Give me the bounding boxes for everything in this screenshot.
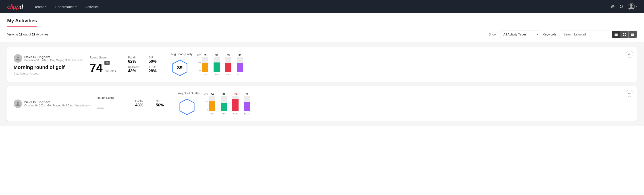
stat-gir: GIR 50% [148,56,164,64]
stats-grid: FW Hit 62% GIR 50% Up/Down 43% 1 Putt 28… [128,56,164,74]
search-input[interactable] [560,30,609,38]
round-score-2: Round Score — [97,96,128,111]
bar-putt-fill-2 [244,102,250,111]
bar-putt-value-2: 87 [246,93,248,96]
svg-rect-8 [631,34,634,34]
bar-ott-value-2: 94 [211,93,214,96]
nav-performance[interactable]: Performance ▾ [54,3,78,10]
user-name-2: Dave Billingham [24,100,90,104]
performance-chevron-icon: ▾ [76,6,76,8]
svg-rect-5 [623,34,624,36]
bar-putt-wrapper-2 [244,96,250,111]
svg-rect-9 [631,35,634,36]
filter-bar: Viewing 12 out of 29 Activities Show: Al… [0,26,644,42]
refresh-icon[interactable]: ↻ [619,4,623,10]
bar-putt-value: 89 [238,54,241,56]
shot-quality-2: Avg Shot Quality 100 50 0 [178,92,630,116]
bar-arg-label-2: ARG [233,112,238,115]
bar-arg: 89 ARG [225,54,232,76]
stat-updown-label: Up/Down [128,66,143,69]
bar-ott-value: 85 [204,54,206,56]
shot-quality-label: Avg Shot Quality [171,52,192,56]
svg-rect-4 [624,33,626,34]
bar-arg-fill [225,63,232,72]
main-nav-performance: Performance ▾ [54,3,78,10]
score-holes: 18 Holes [104,70,116,73]
bar-ott-2: 94 OTT [209,93,215,115]
avatar [14,54,22,63]
score-row-2: — [97,101,128,111]
nav-teams[interactable]: Teams ▾ [34,3,47,10]
page-header: My Activities [0,14,644,26]
y-label-100-2: 100 [204,92,208,95]
score-row: 74 +4 18 Holes [90,61,121,74]
view-list-compact-btn[interactable] [612,31,620,38]
bar-app-fill-2 [221,103,227,111]
bar-ott: 85 OTT [202,54,208,76]
stat-fw-hit-value: 62% [128,59,143,64]
bar-putt-2: 87 PUTT [244,93,250,115]
avatar [628,3,635,10]
svg-rect-2 [614,35,618,36]
stat-1putt-value: 28% [148,69,164,74]
keywords-label: Keywords: [543,32,558,36]
bar-app-value: 90 [215,54,218,56]
user-icon [628,4,634,10]
svg-rect-3 [623,33,624,34]
bar-app-label: APP [214,74,219,76]
main-nav-activities: Activities [84,3,100,10]
view-toggle [612,31,637,38]
bar-arg-value: 89 [227,54,230,56]
bar-ott-label: OTT [203,74,207,76]
chart-y-axis: 100 50 0 [197,54,202,76]
stat-gir-label: GIR [148,56,164,59]
main-nav: Teams ▾ [34,3,47,10]
bar-arg-label: ARG [226,74,231,76]
add-circle-icon[interactable]: ⊕ [611,4,615,10]
view-list-detail-btn[interactable] [628,31,637,38]
card-left-2: Dave Billingham October 16, 2021 · Gog M… [14,100,90,108]
y-label-100: 100 [197,54,200,56]
user-menu[interactable]: ▾ [628,3,637,10]
nav-activities[interactable]: Activities [84,3,100,10]
view-grid-btn[interactable] [620,31,628,38]
header-right: ⊕ ↻ ▾ [611,3,637,10]
card-left: Dave Billingham December 05, 2021 · Gog … [14,54,82,75]
stat-updown-value: 43% [128,69,143,74]
teams-chevron-icon: ▾ [45,6,46,8]
svg-rect-6 [624,34,626,36]
stat-fw-hit: FW Hit 62% [128,56,143,64]
bar-putt-fill [237,63,243,72]
svg-marker-11 [180,99,194,115]
hexagon-icon-2 [178,98,196,116]
activity-card-2: ✏ Dave Billingham October 16, 2021 · Gog… [7,86,637,121]
bar-ott-label-2: OTT [210,112,214,115]
y-label-0-2: 0 [207,108,208,111]
main-header: clippd Teams ▾ Performance ▾ Activities … [0,0,644,14]
bar-app-wrapper [214,57,220,72]
bar-arg-2: 106 ARG [232,93,238,115]
user-row-2: Dave Billingham October 16, 2021 · Gog M… [14,100,90,108]
bar-app-fill [214,62,220,72]
bar-arg-fill-2 [232,99,238,111]
activity-type-select-wrapper: All Activity Types [500,30,540,38]
chart-y-axis-2: 100 50 0 [204,92,209,115]
stats-grid-2: FW Hit 43% GIR 56% [135,100,171,108]
user-info: Dave Billingham December 05, 2021 · Gog … [24,55,82,62]
bar-app-value-2: 82 [222,93,225,96]
svg-rect-1 [614,34,618,34]
bar-ott-wrapper-2 [209,96,215,111]
bar-app-2: 82 APP [221,93,227,115]
score-number: 74 [90,62,103,74]
score-badge: +4 [104,61,110,65]
page-title: My Activities [7,18,37,26]
stat-fw-hit-label: FW Hit [128,56,143,59]
chart-area: 100 50 0 85 OTT [197,54,630,76]
activity-type-select[interactable]: All Activity Types [500,30,540,38]
score-number-2: — [97,101,104,111]
bar-chart: 100 50 0 85 OTT [197,54,630,76]
app-logo[interactable]: clippd [7,3,23,10]
page-content: My Activities Viewing 12 out of 29 Activ… [0,14,644,195]
bar-putt-wrapper [237,57,243,72]
shot-quality: Avg Shot Quality 89 100 50 0 [171,52,630,77]
